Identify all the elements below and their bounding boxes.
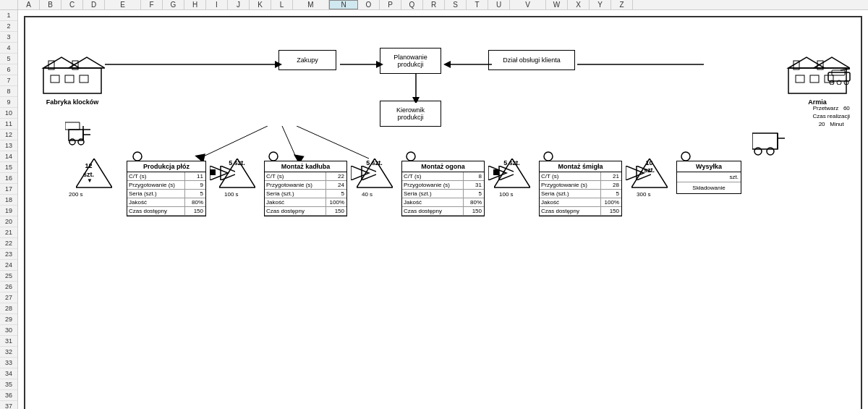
vsm-canvas: Fabryka klocków	[24, 16, 862, 409]
row-13[interactable]: 13	[0, 140, 17, 151]
col-g[interactable]: G	[163, 0, 184, 9]
row-26[interactable]: 26	[0, 282, 17, 292]
forklift-icon	[65, 119, 98, 153]
row-2[interactable]: 2	[0, 21, 17, 32]
col-q[interactable]: Q	[401, 0, 423, 9]
col-w[interactable]: W	[546, 0, 568, 9]
process-wysylka-title: Wysyłka	[677, 161, 741, 172]
row-37[interactable]: 37	[0, 401, 17, 409]
row-7[interactable]: 7	[0, 75, 17, 86]
row-9[interactable]: 9	[0, 97, 17, 108]
svg-line-34	[282, 126, 297, 159]
col-r[interactable]: R	[423, 0, 445, 9]
process-smiglo-title: Montaż śmigła	[540, 161, 621, 172]
row-11[interactable]: 11	[0, 119, 17, 130]
process-ogon: Montaż ogona C/T (s)8 Przygotowanie (s)3…	[401, 161, 485, 216]
inv3-sublabel: 40 s	[362, 191, 373, 198]
row-34[interactable]: 34	[0, 368, 17, 379]
row-35[interactable]: 35	[0, 379, 17, 390]
row-29[interactable]: 29	[0, 314, 17, 325]
row-32[interactable]: 32	[0, 347, 17, 358]
col-a[interactable]: A	[18, 0, 40, 9]
row-28[interactable]: 28	[0, 303, 17, 314]
col-n[interactable]: N	[329, 0, 358, 9]
row-25[interactable]: 25	[0, 271, 17, 282]
grid-area[interactable]: Fabryka klocków	[18, 10, 868, 409]
svg-point-53	[407, 152, 415, 161]
col-j[interactable]: J	[228, 0, 250, 9]
row-22[interactable]: 22	[0, 238, 17, 249]
process-produkcja-title: Produkcja płóz	[127, 161, 205, 172]
przetwarz-label: Przetwarz	[813, 105, 839, 111]
kierownik-box: Kierownikprodukcji	[380, 101, 441, 127]
col-u[interactable]: U	[488, 0, 510, 9]
process-wysylka: Wysyłka szt. Składowanie	[676, 161, 741, 194]
row-8[interactable]: 8	[0, 86, 17, 97]
planowanie-label: Planowanieprodukcji	[393, 54, 427, 68]
row-headers: 1 2 3 4 5 6 7 8 9 10 11 12 13 14 15 16 1…	[0, 10, 18, 409]
inv4-label: 5 szt.	[492, 159, 532, 166]
svg-marker-25	[376, 61, 383, 68]
row-4[interactable]: 4	[0, 43, 17, 54]
row-30[interactable]: 30	[0, 325, 17, 336]
arrow-zakupy-planowanie	[340, 57, 383, 72]
col-s[interactable]: S	[445, 0, 467, 9]
tank-icon	[825, 67, 857, 86]
dzial-box: Dział obsługi klienta	[488, 50, 575, 70]
row-6[interactable]: 6	[0, 64, 17, 75]
col-l[interactable]: L	[271, 0, 293, 9]
col-i[interactable]: I	[206, 0, 228, 9]
skladowanie-label: Składowanie	[677, 182, 741, 193]
row-20[interactable]: 20	[0, 216, 17, 227]
col-c[interactable]: C	[61, 0, 83, 9]
col-b[interactable]: B	[40, 0, 61, 9]
col-e[interactable]: E	[105, 0, 141, 9]
col-o[interactable]: O	[358, 0, 380, 9]
circle-1	[132, 151, 142, 161]
row-33[interactable]: 33	[0, 358, 17, 368]
row-10[interactable]: 10	[0, 108, 17, 119]
col-p[interactable]: P	[380, 0, 401, 9]
column-headers: A B C D E F G H I J K L M N O P Q R S T …	[0, 0, 868, 10]
row-17[interactable]: 17	[0, 184, 17, 195]
arrow-armia-dzial	[577, 57, 704, 72]
col-t[interactable]: T	[467, 0, 488, 9]
col-h[interactable]: H	[184, 0, 206, 9]
row-19[interactable]: 19	[0, 206, 17, 216]
col-m[interactable]: M	[293, 0, 329, 9]
svg-point-61	[78, 139, 84, 145]
row-23[interactable]: 23	[0, 249, 17, 260]
row-12[interactable]: 12	[0, 130, 17, 140]
col-d[interactable]: D	[83, 0, 105, 9]
col-k[interactable]: K	[250, 0, 271, 9]
col-f[interactable]: F	[141, 0, 163, 9]
svg-marker-31	[412, 97, 420, 103]
col-v[interactable]: V	[510, 0, 546, 9]
row-5[interactable]: 5	[0, 54, 17, 64]
supplier-factory: Fabryka klocków	[40, 54, 105, 98]
inv1-sublabel: 200 s	[69, 191, 83, 198]
row-15[interactable]: 15	[0, 162, 17, 173]
zakupy-label: Zakupy	[297, 56, 318, 64]
row-3[interactable]: 3	[0, 32, 17, 43]
minutes-label: Minut	[830, 121, 844, 127]
row-14[interactable]: 14	[0, 151, 17, 162]
row-31[interactable]: 31	[0, 336, 17, 347]
inv1-label: 12szt.	[69, 162, 109, 179]
svg-marker-2	[69, 57, 105, 68]
col-z[interactable]: Z	[611, 0, 633, 9]
planowanie-box: Planowanieprodukcji	[380, 48, 441, 74]
row-1[interactable]: 1	[0, 10, 17, 21]
row-27[interactable]: 27	[0, 292, 17, 303]
inv2-sublabel: 100 s	[224, 191, 239, 198]
row-18[interactable]: 18	[0, 195, 17, 206]
svg-point-51	[133, 152, 142, 161]
col-y[interactable]: Y	[590, 0, 611, 9]
row-16[interactable]: 16	[0, 173, 17, 184]
row-24[interactable]: 24	[0, 260, 17, 271]
col-x[interactable]: X	[568, 0, 590, 9]
svg-rect-0	[43, 68, 101, 93]
svg-marker-62	[65, 122, 80, 130]
row-36[interactable]: 36	[0, 390, 17, 401]
row-21[interactable]: 21	[0, 227, 17, 238]
